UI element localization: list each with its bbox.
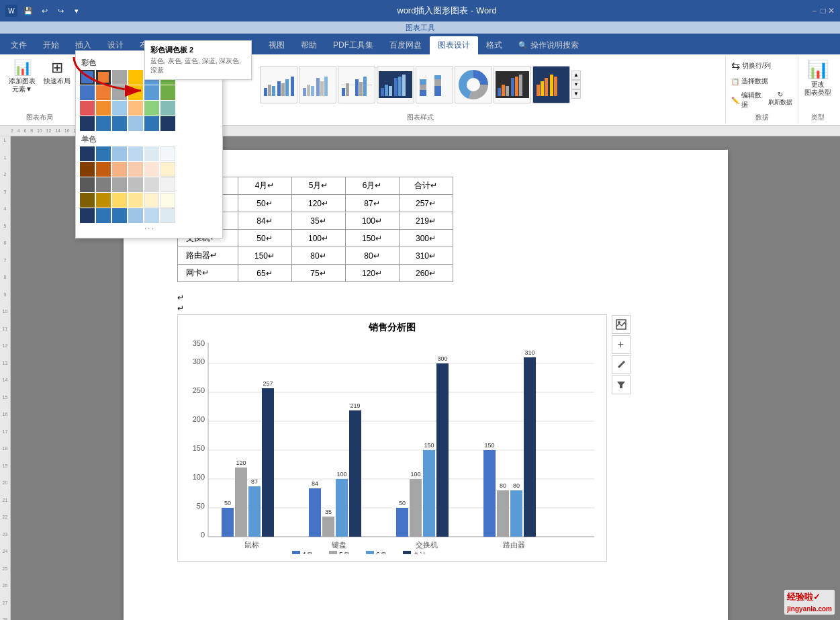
quick-layout-btn[interactable]: ⊞ 快速布局 bbox=[40, 57, 74, 87]
swatch-c2-2[interactable] bbox=[96, 85, 111, 100]
swatch-c1-1[interactable] bbox=[80, 70, 95, 85]
swatch-m4-2[interactable] bbox=[96, 193, 111, 208]
chart-style-5[interactable] bbox=[416, 66, 453, 103]
redo-btn[interactable]: ↪ bbox=[54, 4, 67, 17]
chart-icon-image[interactable] bbox=[612, 315, 631, 334]
swatch-m1-2[interactable] bbox=[96, 146, 111, 161]
undo-btn[interactable]: ↩ bbox=[38, 4, 51, 17]
cell-nic-name: 网卡↵ bbox=[177, 265, 238, 282]
swatch-m1-1[interactable] bbox=[80, 146, 95, 161]
add-chart-element-btn[interactable]: 📊 添加图表元素▼ bbox=[5, 57, 39, 95]
scroll-up[interactable]: ▲ bbox=[571, 71, 581, 80]
swatch-m2-4[interactable] bbox=[128, 162, 143, 177]
swatch-m4-3[interactable] bbox=[112, 193, 127, 208]
tab-home[interactable]: 开始 bbox=[35, 36, 67, 54]
swatch-c4-6[interactable] bbox=[160, 116, 175, 131]
swatch-c3-3[interactable] bbox=[112, 101, 127, 116]
swatch-c2-1[interactable] bbox=[80, 85, 95, 100]
edit-data-btn[interactable]: ✏️ 编辑数据 bbox=[729, 89, 764, 112]
chart-icon-filter[interactable] bbox=[612, 375, 631, 394]
swatch-c2-3[interactable] bbox=[112, 85, 127, 100]
tab-chart-design[interactable]: 图表设计 bbox=[430, 36, 478, 54]
tab-search[interactable]: 🔍 操作说明搜索 bbox=[510, 36, 587, 54]
swatch-m4-6[interactable] bbox=[160, 193, 175, 208]
chart-style-6[interactable] bbox=[455, 66, 492, 103]
swatch-m3-3[interactable] bbox=[112, 177, 127, 192]
change-type-label: 更改图表类型 bbox=[804, 81, 831, 97]
swatch-m3-1[interactable] bbox=[80, 177, 95, 192]
swatch-c4-1[interactable] bbox=[80, 116, 95, 131]
data-top-row: ⇆ 切换行/列 bbox=[729, 57, 774, 74]
swatch-m5-3[interactable] bbox=[112, 208, 127, 223]
swatch-m4-1[interactable] bbox=[80, 193, 95, 208]
swatch-c1-4[interactable] bbox=[128, 70, 143, 85]
swatch-c3-2[interactable] bbox=[96, 101, 111, 116]
tab-file[interactable]: 文件 bbox=[3, 36, 35, 54]
swatch-m1-5[interactable] bbox=[144, 146, 159, 161]
swatch-m5-2[interactable] bbox=[96, 208, 111, 223]
chart-icon-brush[interactable] bbox=[612, 355, 631, 374]
swatch-c3-5[interactable] bbox=[144, 101, 159, 116]
chart-style-1[interactable] bbox=[260, 66, 297, 103]
change-type-icon: 📊 bbox=[807, 59, 829, 80]
switch-row-col-btn[interactable]: ⇆ 切换行/列 bbox=[729, 57, 774, 74]
swatch-c2-5[interactable] bbox=[144, 85, 159, 100]
swatch-c3-1[interactable] bbox=[80, 101, 95, 116]
svg-rect-50 bbox=[550, 75, 553, 96]
chart-icon-add[interactable]: + bbox=[612, 335, 631, 354]
swatch-c2-4[interactable] bbox=[128, 85, 143, 100]
tab-baidu[interactable]: 百度网盘 bbox=[381, 36, 430, 54]
swatch-m1-3[interactable] bbox=[112, 146, 127, 161]
swatch-m5-5[interactable] bbox=[144, 208, 159, 223]
swatch-c4-2[interactable] bbox=[96, 116, 111, 131]
svg-rect-33 bbox=[434, 86, 441, 96]
swatch-c3-4[interactable] bbox=[128, 101, 143, 116]
tab-format[interactable]: 格式 bbox=[478, 36, 510, 54]
swatch-m2-3[interactable] bbox=[112, 162, 127, 177]
swatch-m3-4[interactable] bbox=[128, 177, 143, 192]
swatch-c4-3[interactable] bbox=[112, 116, 127, 131]
swatch-c4-5[interactable] bbox=[144, 116, 159, 131]
swatch-m3-5[interactable] bbox=[144, 177, 159, 192]
svg-rect-8 bbox=[281, 83, 285, 96]
palette-scroll-more[interactable]: · · · bbox=[80, 224, 218, 234]
title-bar: W 💾 ↩ ↪ ▾ word插入图形图表 - Word － □ ✕ bbox=[0, 0, 840, 21]
swatch-m5-4[interactable] bbox=[128, 208, 143, 223]
swatch-m2-1[interactable] bbox=[80, 162, 95, 177]
tab-pdf[interactable]: PDF工具集 bbox=[325, 36, 381, 54]
save-btn[interactable]: 💾 bbox=[21, 4, 35, 17]
chart-style-scroll[interactable]: ▲ ▾ ▼ bbox=[571, 71, 581, 99]
swatch-m1-6[interactable] bbox=[160, 146, 175, 161]
swatch-c4-4[interactable] bbox=[128, 116, 143, 131]
tab-help[interactable]: 帮助 bbox=[293, 36, 325, 54]
swatch-c3-6[interactable] bbox=[160, 101, 175, 116]
scroll-down[interactable]: ▼ bbox=[571, 89, 581, 99]
chart-style-8[interactable] bbox=[532, 66, 570, 103]
swatch-m1-4[interactable] bbox=[128, 146, 143, 161]
swatch-m5-6[interactable] bbox=[160, 208, 175, 223]
chart-style-2[interactable] bbox=[299, 66, 336, 103]
swatch-c1-2[interactable] bbox=[96, 70, 111, 85]
chart-style-4[interactable] bbox=[377, 66, 414, 103]
swatch-c1-3[interactable] bbox=[112, 70, 127, 85]
refresh-data-btn[interactable]: ↻ 刷新数据 bbox=[765, 89, 795, 112]
swatch-m4-4[interactable] bbox=[128, 193, 143, 208]
scroll-middle[interactable]: ▾ bbox=[571, 80, 581, 89]
select-data-btn[interactable]: 📋 选择数据 bbox=[729, 75, 771, 88]
swatch-m2-5[interactable] bbox=[144, 162, 159, 177]
change-chart-type-btn[interactable]: 📊 更改图表类型 bbox=[801, 57, 835, 99]
chart-style-3[interactable] bbox=[338, 66, 375, 103]
swatch-m2-6[interactable] bbox=[160, 162, 175, 177]
tab-view[interactable]: 视图 bbox=[261, 36, 293, 54]
ruler-vertical: L 1 2 3 4 5 6 7 8 9 10 11 12 13 14 15 16… bbox=[0, 136, 11, 620]
swatch-m2-2[interactable] bbox=[96, 162, 111, 177]
quick-layout-icon: ⊞ bbox=[51, 59, 63, 77]
ruler-mark-4: 4 bbox=[0, 206, 10, 224]
swatch-m3-6[interactable] bbox=[160, 177, 175, 192]
swatch-m4-5[interactable] bbox=[144, 193, 159, 208]
swatch-m5-1[interactable] bbox=[80, 208, 95, 223]
chart-style-7[interactable] bbox=[494, 66, 531, 103]
swatch-m3-2[interactable] bbox=[96, 177, 111, 192]
customize-btn[interactable]: ▾ bbox=[70, 4, 83, 17]
swatch-c2-6[interactable] bbox=[160, 85, 175, 100]
